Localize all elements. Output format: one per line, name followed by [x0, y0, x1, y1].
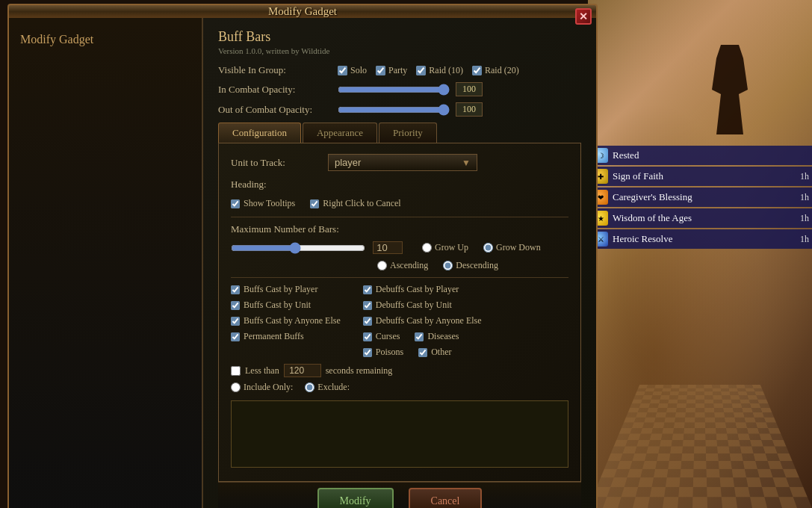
modify-button[interactable]: Modify [317, 488, 394, 509]
exclude-label: Exclude: [317, 382, 350, 393]
buff-row: ✚ Sign of Faith 1h [588, 167, 812, 186]
max-bars-controls-row: Grow Up Grow Down [231, 241, 568, 254]
buff-panel: ☽ Rested ✚ Sign of Faith 1h ❤ Caregiver'… [588, 146, 812, 250]
out-combat-slider[interactable] [338, 104, 450, 116]
main-content: Buff Bars Version 1.0.0, written by Wild… [203, 18, 596, 508]
buff-checkboxes-container: Buffs Cast by Player Buffs Cast by Unit … [231, 284, 568, 358]
grow-up-radio[interactable] [422, 243, 432, 253]
ascending-radio[interactable] [377, 261, 387, 270]
divider2 [231, 277, 568, 278]
tab-appearance[interactable]: Appearance [303, 123, 377, 143]
buff-duration: 1h [800, 234, 809, 245]
tab-configuration[interactable]: Configuration [218, 123, 301, 143]
buffs-by-anyone-label: Buffs Cast by Anyone Else [244, 315, 341, 326]
in-combat-opacity-row: In Combat Opacity: 100 [218, 82, 581, 96]
include-exclude-row: Include Only: Exclude: [231, 382, 568, 393]
curses-item[interactable]: Curses [363, 331, 400, 342]
buffs-by-anyone-checkbox[interactable] [231, 317, 240, 326]
poisons-checkbox[interactable] [363, 348, 372, 357]
in-combat-slider[interactable] [338, 84, 450, 96]
exclude-radio[interactable] [305, 382, 314, 392]
in-combat-label: In Combat Opacity: [218, 84, 338, 96]
in-combat-value: 100 [456, 82, 483, 96]
solo-checkbox-item[interactable]: Solo [338, 65, 367, 76]
heading-row: Heading: [231, 179, 568, 190]
tooltips-row: Show Tooltips Right Click to Cancel [231, 198, 568, 209]
poisons-item[interactable]: Poisons [363, 347, 403, 358]
raid20-label: Raid (20) [485, 65, 519, 76]
unit-to-track-value: player [335, 157, 361, 168]
right-click-item[interactable]: Right Click to Cancel [310, 198, 400, 209]
ascending-radio-item[interactable]: Ascending [377, 260, 428, 271]
out-combat-opacity-row: Out of Combat Opacity: 100 [218, 102, 581, 117]
less-than-value-input[interactable] [284, 364, 321, 377]
buff-row: ☽ Rested [588, 146, 812, 165]
out-combat-value: 100 [456, 102, 483, 117]
permanent-buffs-checkbox[interactable] [231, 332, 240, 341]
debuffs-by-unit-checkbox[interactable] [363, 301, 372, 310]
less-than-label: Less than [245, 365, 279, 377]
other-checkbox[interactable] [418, 348, 427, 357]
right-click-label: Right Click to Cancel [323, 198, 400, 209]
filter-textarea[interactable] [231, 400, 568, 468]
grow-down-radio[interactable] [483, 243, 493, 253]
sidebar: Modify Gadget [9, 18, 203, 508]
buffs-by-player-item[interactable]: Buffs Cast by Player [231, 284, 341, 295]
solo-label: Solo [350, 65, 367, 76]
unit-to-track-dropdown[interactable]: player ▼ [328, 154, 477, 171]
buff-duration: 1h [800, 171, 809, 182]
divider [231, 217, 568, 217]
debuffs-by-player-label: Debuffs Cast by Player [376, 284, 459, 295]
max-bars-slider[interactable] [231, 242, 365, 254]
debuffs-by-player-checkbox[interactable] [363, 285, 372, 294]
less-than-checkbox[interactable] [231, 366, 241, 376]
visible-in-group-row: Visible In Group: Solo Party Raid (10) [218, 64, 581, 76]
unit-to-track-label: Unit to Track: [231, 157, 328, 169]
party-checkbox-item[interactable]: Party [376, 65, 407, 76]
descending-radio[interactable] [443, 261, 453, 270]
permanent-buffs-item[interactable]: Permanent Buffs [231, 331, 341, 342]
diseases-checkbox[interactable] [415, 332, 424, 341]
exclude-radio-item[interactable]: Exclude: [305, 382, 350, 393]
buffs-by-player-checkbox[interactable] [231, 285, 240, 294]
grow-up-radio-item[interactable]: Grow Up [422, 242, 468, 253]
descending-radio-item[interactable]: Descending [443, 260, 498, 271]
max-bars-label: Maximum Number of Bars: [231, 223, 339, 235]
close-button[interactable]: ✕ [575, 8, 592, 25]
debuffs-by-anyone-checkbox[interactable] [363, 317, 372, 326]
tab-priority[interactable]: Priority [379, 123, 437, 143]
debuffs-by-unit-item[interactable]: Debuffs Cast by Unit [363, 300, 482, 311]
raid20-checkbox-item[interactable]: Raid (20) [472, 65, 519, 76]
include-radio-item[interactable]: Include Only: [231, 382, 293, 393]
solo-checkbox[interactable] [338, 66, 347, 75]
right-click-checkbox[interactable] [310, 199, 319, 208]
show-tooltips-checkbox[interactable] [231, 199, 240, 208]
grow-down-radio-item[interactable]: Grow Down [483, 242, 541, 253]
cancel-button[interactable]: Cancel [409, 488, 483, 509]
max-bars-value-input[interactable] [373, 241, 403, 254]
party-checkbox[interactable] [376, 66, 385, 75]
tab-bar: Configuration Appearance Priority [218, 123, 581, 143]
raid20-checkbox[interactable] [472, 66, 482, 75]
other-item[interactable]: Other [418, 347, 451, 358]
raid10-checkbox[interactable] [416, 66, 426, 75]
buffs-by-anyone-item[interactable]: Buffs Cast by Anyone Else [231, 315, 341, 326]
diseases-label: Diseases [427, 331, 459, 342]
buffs-by-unit-checkbox[interactable] [231, 301, 240, 310]
buffs-by-unit-item[interactable]: Buffs Cast by Unit [231, 300, 341, 311]
curses-checkbox[interactable] [363, 332, 372, 341]
include-label: Include Only: [244, 382, 293, 393]
diseases-item[interactable]: Diseases [415, 331, 459, 342]
show-tooltips-item[interactable]: Show Tooltips [231, 198, 295, 209]
include-radio[interactable] [231, 382, 241, 392]
debuffs-by-player-item[interactable]: Debuffs Cast by Player [363, 284, 482, 295]
ascending-label: Ascending [390, 260, 428, 271]
gadget-version: Version 1.0.0, written by Wildtide [218, 46, 581, 55]
sort-radio-group: Ascending Descending [377, 260, 568, 271]
buff-duration: 1h [800, 213, 809, 224]
debuffs-by-anyone-item[interactable]: Debuffs Cast by Anyone Else [363, 315, 482, 326]
buff-name: Heroic Resolve [613, 233, 800, 245]
raid10-checkbox-item[interactable]: Raid (10) [416, 65, 463, 76]
buffs-by-unit-label: Buffs Cast by Unit [244, 300, 311, 311]
character-silhouette [707, 45, 752, 134]
